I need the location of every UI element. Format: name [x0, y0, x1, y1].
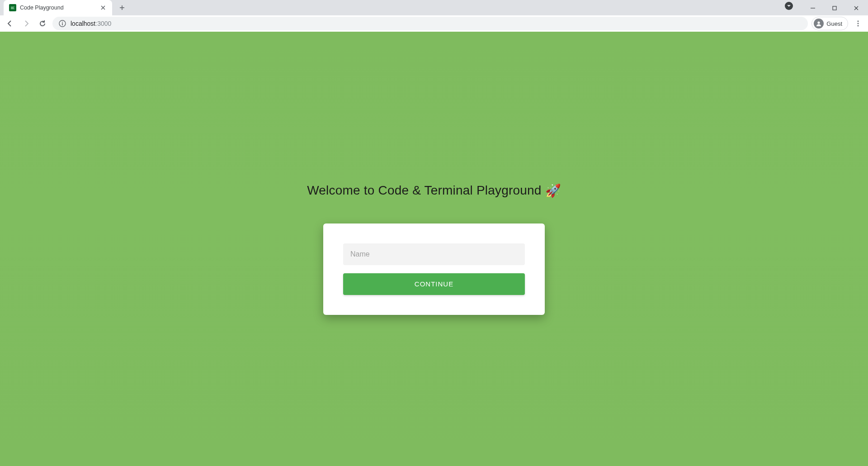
- tab-strip: Code Playground: [0, 0, 868, 15]
- back-button[interactable]: [4, 17, 16, 30]
- svg-rect-1: [11, 8, 14, 8]
- favicon-icon: [9, 4, 16, 11]
- svg-rect-0: [11, 7, 14, 7]
- svg-point-17: [858, 23, 859, 24]
- browser-menu-button[interactable]: [852, 17, 864, 30]
- forward-button[interactable]: [20, 17, 33, 30]
- page-heading: Welcome to Code & Terminal Playground 🚀: [307, 183, 561, 198]
- page-viewport: Welcome to Code & Terminal Playground 🚀 …: [0, 32, 868, 466]
- close-tab-button[interactable]: [99, 4, 107, 11]
- rocket-icon: 🚀: [545, 183, 561, 198]
- svg-point-16: [858, 21, 859, 22]
- browser-tab[interactable]: Code Playground: [4, 0, 112, 15]
- tab-title: Code Playground: [20, 5, 96, 11]
- browser-chrome: Code Playground localhost:3000: [0, 0, 868, 32]
- extension-badge-icon[interactable]: [785, 2, 793, 10]
- svg-rect-9: [833, 6, 836, 10]
- minimize-button[interactable]: [803, 2, 823, 14]
- svg-rect-14: [62, 23, 63, 25]
- reload-button[interactable]: [36, 17, 49, 30]
- svg-point-18: [858, 25, 859, 27]
- svg-rect-2: [11, 9, 14, 9]
- address-bar[interactable]: localhost:3000: [52, 17, 808, 30]
- window-controls: [785, 2, 866, 14]
- continue-button[interactable]: CONTINUE: [343, 273, 525, 295]
- svg-point-15: [818, 21, 820, 24]
- site-info-icon[interactable]: [59, 20, 66, 27]
- url-text: localhost:3000: [71, 19, 111, 28]
- profile-chip[interactable]: Guest: [811, 17, 848, 30]
- avatar-icon: [814, 19, 824, 29]
- close-window-button[interactable]: [846, 2, 866, 14]
- name-input[interactable]: [343, 243, 525, 265]
- heading-text: Welcome to Code & Terminal Playground: [307, 183, 541, 198]
- new-tab-button[interactable]: [116, 1, 128, 14]
- login-card: CONTINUE: [323, 223, 545, 315]
- maximize-button[interactable]: [825, 2, 844, 14]
- svg-point-13: [62, 22, 63, 23]
- profile-label: Guest: [826, 20, 842, 27]
- browser-toolbar: localhost:3000 Guest: [0, 15, 868, 32]
- svg-marker-7: [787, 5, 791, 7]
